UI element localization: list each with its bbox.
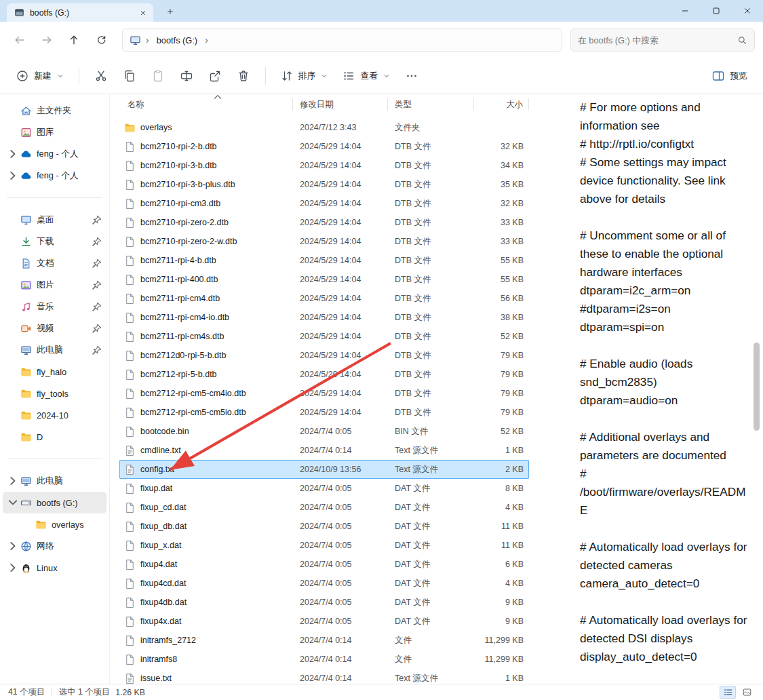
file-row-bcm2710-rpi-3-b-dtb[interactable]: bcm2710-rpi-3-b.dtb2024/5/29 14:04DTB 文件… (119, 156, 529, 175)
file-row-bcm2710-rpi-3-b-plus-dtb[interactable]: bcm2710-rpi-3-b-plus.dtb2024/5/29 14:04D… (119, 175, 529, 194)
rename-button[interactable] (173, 64, 200, 88)
sidebar-item-fly-tools[interactable]: fly_tools (3, 383, 106, 404)
sidebar-item-overlays[interactable]: overlays (3, 513, 106, 535)
column-header-name[interactable]: 名称 (119, 98, 293, 111)
file-row-bcm2711-rpi-cm4s-dtb[interactable]: bcm2711-rpi-cm4s.dtb2024/5/29 14:04DTB 文… (119, 327, 529, 346)
chevron-right-icon[interactable] (5, 562, 20, 573)
sidebar-item-item-10[interactable]: 视频 (3, 317, 106, 339)
file-row-bcm2710-rpi-2-b-dtb[interactable]: bcm2710-rpi-2-b.dtb2024/5/29 14:04DTB 文件… (119, 137, 529, 156)
preview-pane[interactable]: # For more options and information see# … (574, 94, 750, 684)
sidebar-item-2024-10[interactable]: 2024-10 (3, 404, 106, 426)
sidebar-item-item-7[interactable]: 文档 (3, 252, 106, 274)
preview-scrollbar[interactable] (750, 94, 763, 684)
new-tab-button[interactable] (161, 3, 179, 20)
chevron-right-icon[interactable] (5, 541, 20, 551)
view-label: 查看 (360, 71, 378, 82)
sidebar-item-item-9[interactable]: 音乐 (3, 296, 106, 317)
sidebar-item-bootfs-g[interactable]: bootfs (G:) (3, 492, 106, 513)
breadcrumb[interactable]: bootfs (G:) (154, 34, 200, 47)
sidebar-item-feng[interactable]: feng - 个人 (3, 165, 106, 187)
file-name: bootcode.bin (140, 427, 189, 436)
pin-icon (91, 236, 102, 248)
sidebar-item-item-1[interactable]: 图库 (3, 121, 106, 143)
sidebar-item-item-11[interactable]: 此电脑 (3, 339, 106, 361)
file-row-fixup-cd-dat[interactable]: fixup_cd.dat2024/7/4 0:05DAT 文件4 KB (119, 498, 529, 517)
navigation-sidebar[interactable]: 主文件夹图库feng - 个人feng - 个人桌面下载文档图片音乐视频此电脑f… (0, 94, 110, 684)
more-button[interactable] (398, 64, 425, 88)
sidebar-item-feng[interactable]: feng - 个人 (3, 143, 106, 165)
file-row-fixup-x-dat[interactable]: fixup_x.dat2024/7/4 0:05DAT 文件11 KB (119, 536, 529, 555)
file-row-bcm2710-rpi-zero-2-dtb[interactable]: bcm2710-rpi-zero-2.dtb2024/5/29 14:04DTB… (119, 213, 529, 232)
chevron-right-icon[interactable] (5, 170, 20, 181)
cut-button[interactable] (87, 64, 115, 88)
file-row-fixup4-dat[interactable]: fixup4.dat2024/7/4 0:05DAT 文件6 KB (119, 555, 529, 574)
scrollbar-thumb[interactable] (754, 343, 760, 431)
pc-icon (20, 345, 32, 356)
file-icon (124, 540, 136, 551)
file-row-bcm2710-rpi-cm3-dtb[interactable]: bcm2710-rpi-cm3.dtb2024/5/29 14:04DTB 文件… (119, 194, 529, 213)
sidebar-item-item-5[interactable]: 桌面 (3, 209, 106, 231)
file-row-bcm2712d0-rpi-5-b-dtb[interactable]: bcm2712d0-rpi-5-b.dtb2024/5/29 14:04DTB … (119, 346, 529, 365)
up-icon[interactable] (62, 28, 85, 52)
file-row-issue-txt[interactable]: issue.txt2024/7/4 0:14Text 源文件1 KB (119, 669, 529, 684)
file-row-bcm2711-rpi-400-dtb[interactable]: bcm2711-rpi-400.dtb2024/5/29 14:04DTB 文件… (119, 270, 529, 289)
close-button[interactable] (732, 0, 763, 22)
file-row-bcm2712-rpi-5-b-dtb[interactable]: bcm2712-rpi-5-b.dtb2024/5/29 14:04DTB 文件… (119, 365, 529, 384)
view-button[interactable]: 查看 (336, 64, 397, 88)
delete-button[interactable] (230, 64, 257, 88)
search-box[interactable] (570, 28, 755, 52)
refresh-icon[interactable] (90, 28, 113, 52)
file-row-initramfs8[interactable]: initramfs82024/7/4 0:14文件11,299 KB (119, 650, 529, 669)
sidebar-item-fly-halo[interactable]: fly_halo (3, 361, 106, 383)
sidebar-item-item-8[interactable]: 图片 (3, 274, 106, 296)
sidebar-item-item-6[interactable]: 下载 (3, 231, 106, 252)
file-row-bcm2711-rpi-cm4-io-dtb[interactable]: bcm2711-rpi-cm4-io.dtb2024/5/29 14:04DTB… (119, 308, 529, 327)
file-row-bcm2711-rpi-4-b-dtb[interactable]: bcm2711-rpi-4-b.dtb2024/5/29 14:04DTB 文件… (119, 251, 529, 270)
file-row-fixup4x-dat[interactable]: fixup4x.dat2024/7/4 0:05DAT 文件9 KB (119, 612, 529, 631)
details-view-button[interactable] (720, 686, 736, 699)
file-row-bootcode-bin[interactable]: bootcode.bin2024/7/4 0:05BIN 文件52 KB (119, 422, 529, 441)
pin-icon (91, 279, 102, 291)
sidebar-item-item-0[interactable]: 主文件夹 (3, 100, 106, 121)
share-button[interactable] (201, 64, 229, 88)
thumbnail-view-button[interactable] (739, 686, 755, 699)
tab-close-icon[interactable] (137, 7, 149, 19)
column-header-type[interactable]: 类型 (388, 98, 474, 111)
file-date: 2024/7/4 0:05 (293, 503, 388, 512)
file-row-config-txt[interactable]: config.txt2024/10/9 13:56Text 源文件2 KB (119, 460, 529, 479)
sort-button[interactable]: 排序 (274, 64, 335, 88)
file-row-fixup4db-dat[interactable]: fixup4db.dat2024/7/4 0:05DAT 文件9 KB (119, 593, 529, 612)
sidebar-item-linux[interactable]: Linux (3, 557, 106, 579)
preview-toggle-button[interactable]: 预览 (705, 64, 754, 88)
back-icon[interactable] (8, 28, 31, 52)
sidebar-item-item-17[interactable]: 此电脑 (3, 470, 106, 492)
chevron-right-icon[interactable] (5, 475, 20, 486)
sidebar-item-item-20[interactable]: 网络 (3, 535, 106, 557)
file-row-cmdline-txt[interactable]: cmdline.txt2024/7/4 0:14Text 源文件1 KB (119, 441, 529, 460)
minimize-button[interactable] (669, 0, 701, 22)
file-row-bcm2712-rpi-cm5-cm4io-dtb[interactable]: bcm2712-rpi-cm5-cm4io.dtb2024/5/29 14:04… (119, 384, 529, 403)
copy-button[interactable] (116, 64, 143, 88)
forward-icon[interactable] (35, 28, 58, 52)
sidebar-item-d[interactable]: D (3, 426, 106, 448)
column-header-date[interactable]: 修改日期 (293, 98, 388, 111)
chevron-right-icon[interactable] (5, 149, 20, 159)
chevron-down-icon[interactable] (5, 497, 20, 508)
maximize-button[interactable] (701, 0, 732, 22)
paste-button[interactable] (144, 64, 172, 88)
file-row-bcm2711-rpi-cm4-dtb[interactable]: bcm2711-rpi-cm4.dtb2024/5/29 14:04DTB 文件… (119, 289, 529, 308)
file-row-fixup-dat[interactable]: fixup.dat2024/7/4 0:05DAT 文件8 KB (119, 479, 529, 498)
file-row-bcm2710-rpi-zero-2-w-dtb[interactable]: bcm2710-rpi-zero-2-w.dtb2024/5/29 14:04D… (119, 232, 529, 251)
address-bar[interactable]: › bootfs (G:) › (122, 28, 562, 52)
file-row-initramfs-2712[interactable]: initramfs_27122024/7/4 0:14文件11,299 KB (119, 631, 529, 650)
new-button[interactable]: 新建 (9, 64, 71, 88)
breadcrumb-chevron-icon[interactable]: › (203, 35, 210, 45)
file-row-fixup-db-dat[interactable]: fixup_db.dat2024/7/4 0:05DAT 文件11 KB (119, 517, 529, 536)
column-header-size[interactable]: 大小 (474, 98, 529, 111)
file-row-fixup4cd-dat[interactable]: fixup4cd.dat2024/7/4 0:05DAT 文件4 KB (119, 574, 529, 593)
search-icon[interactable] (737, 35, 747, 45)
tab-bootfs[interactable]: bootfs (G:) (7, 3, 153, 22)
search-input[interactable] (578, 35, 733, 45)
file-row-overlays[interactable]: overlays2024/7/12 3:43文件夹 (119, 118, 529, 137)
file-row-bcm2712-rpi-cm5-cm5io-dtb[interactable]: bcm2712-rpi-cm5-cm5io.dtb2024/5/29 14:04… (119, 403, 529, 422)
